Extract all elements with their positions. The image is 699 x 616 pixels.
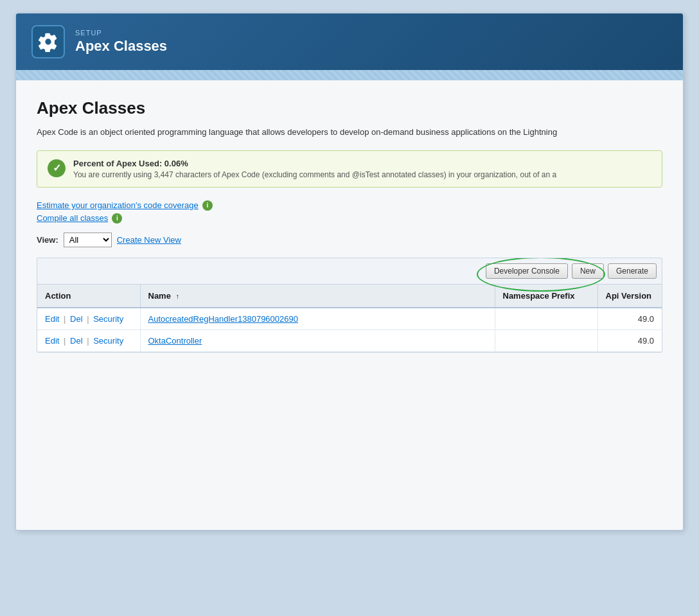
info-badge-compile[interactable]: i bbox=[112, 213, 122, 224]
links-section: Estimate your organization's code covera… bbox=[37, 200, 662, 224]
row2-name: OktaController bbox=[140, 330, 495, 351]
col-header-api: Api Version bbox=[597, 285, 662, 308]
row2-edit-link[interactable]: Edit bbox=[45, 336, 59, 346]
table-row: Edit | Del | Security OktaController 49.… bbox=[37, 330, 662, 351]
header-text: SETUP Apex Classes bbox=[75, 29, 167, 55]
generate-button[interactable]: Generate bbox=[608, 263, 657, 279]
row2-del-link[interactable]: Del bbox=[70, 336, 83, 346]
info-badge-coverage[interactable]: i bbox=[202, 200, 213, 211]
estimate-coverage-link[interactable]: Estimate your organization's code covera… bbox=[37, 200, 199, 210]
setup-label: SETUP bbox=[75, 29, 167, 37]
view-select[interactable]: All Active Inactive bbox=[64, 233, 112, 247]
row2-api-version: 49.0 bbox=[597, 330, 662, 351]
link-item-coverage: Estimate your organization's code covera… bbox=[37, 200, 662, 211]
header-icon-wrap bbox=[31, 25, 65, 58]
table-container: Developer Console New Generate Action Na… bbox=[37, 258, 662, 353]
main-container: SETUP Apex Classes Apex Classes Apex Cod… bbox=[15, 13, 684, 531]
link-item-compile: Compile all classes i bbox=[37, 213, 662, 224]
view-controls: View: All Active Inactive Create New Vie… bbox=[37, 233, 662, 247]
row1-name: AutocreatedRegHandler1380796002690 bbox=[140, 308, 495, 330]
row1-class-link[interactable]: AutocreatedRegHandler1380796002690 bbox=[148, 314, 298, 324]
row1-edit-link[interactable]: Edit bbox=[45, 314, 59, 324]
create-new-view-link[interactable]: Create New View bbox=[117, 235, 181, 245]
col-header-name: Name ↑ bbox=[140, 285, 495, 308]
col-header-namespace: Namespace Prefix bbox=[495, 285, 597, 308]
row1-api-version: 49.0 bbox=[597, 308, 662, 330]
info-percent-label: Percent of Apex Used: 0.06% bbox=[73, 159, 188, 168]
row1-del-link[interactable]: Del bbox=[70, 314, 83, 324]
compile-classes-link[interactable]: Compile all classes bbox=[37, 213, 108, 223]
page-description: Apex Code is an object oriented programm… bbox=[37, 126, 662, 139]
main-content: Apex Classes Apex Code is an object orie… bbox=[16, 80, 683, 530]
view-label: View: bbox=[37, 235, 58, 245]
row1-actions: Edit | Del | Security bbox=[37, 308, 140, 330]
page-title: Apex Classes bbox=[37, 98, 662, 118]
info-detail: You are currently using 3,447 characters… bbox=[73, 170, 556, 179]
info-box: ✓ Percent of Apex Used: 0.06% You are cu… bbox=[37, 150, 662, 188]
table-row: Edit | Del | Security AutocreatedRegHand… bbox=[37, 308, 662, 330]
wave-stripe bbox=[16, 70, 683, 80]
gear-icon bbox=[38, 31, 58, 52]
new-button[interactable]: New bbox=[572, 263, 604, 279]
check-icon: ✓ bbox=[48, 159, 66, 177]
table-header-row: Action Name ↑ Namespace Prefix Api Versi… bbox=[37, 285, 662, 308]
apex-classes-table: Action Name ↑ Namespace Prefix Api Versi… bbox=[37, 285, 662, 352]
header-title: Apex Classes bbox=[75, 38, 167, 55]
info-text: Percent of Apex Used: 0.06% You are curr… bbox=[73, 159, 556, 179]
row2-security-link[interactable]: Security bbox=[93, 336, 123, 346]
button-row: Developer Console New Generate bbox=[37, 258, 662, 285]
row2-class-link[interactable]: OktaController bbox=[148, 336, 202, 346]
row1-namespace bbox=[495, 308, 597, 330]
row1-security-link[interactable]: Security bbox=[93, 314, 123, 324]
sort-arrow-name: ↑ bbox=[176, 292, 180, 300]
row2-namespace bbox=[495, 330, 597, 351]
col-header-action: Action bbox=[37, 285, 140, 308]
developer-console-button[interactable]: Developer Console bbox=[486, 263, 568, 279]
row2-actions: Edit | Del | Security bbox=[37, 330, 140, 351]
page-header: SETUP Apex Classes bbox=[16, 13, 683, 70]
